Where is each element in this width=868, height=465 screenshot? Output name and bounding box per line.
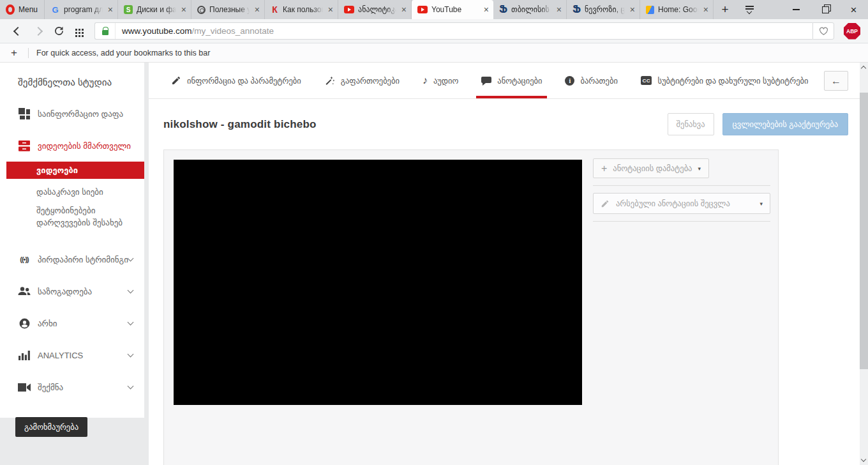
tab-close-icon[interactable]: × <box>253 5 261 14</box>
sidebar-title: შემქმნელთა სტუდია <box>18 77 144 88</box>
edit-annotation-dropdown[interactable]: არსებული ანოტაციის შეცვლა ▾ <box>593 193 770 214</box>
youtube-favicon-icon <box>417 6 428 13</box>
annotation-controls: + ანოტაციის დამატება ▾ არსებული ანოტაციი… <box>593 158 770 229</box>
analytics-bars-icon <box>17 350 31 360</box>
tab-close-icon[interactable]: × <box>702 5 710 14</box>
tab-subtitles[interactable]: CC სუბტიტრები და დახურული სუბტიტრები <box>641 63 809 98</box>
publish-changes-button[interactable]: ცვლილებების გააქტიურება <box>722 113 848 135</box>
close-window-button[interactable]: × <box>839 0 868 19</box>
browser-tab-tbilisi[interactable]: Ֆ თბილისის × <box>493 0 567 19</box>
new-tab-button[interactable]: + <box>714 0 737 19</box>
feedback-button[interactable]: გამოხმაურება <box>15 417 87 437</box>
secure-badge[interactable] <box>95 23 116 39</box>
speech-bubble-icon <box>481 77 491 83</box>
youtube-favicon-icon <box>344 6 354 13</box>
tab-menu-button[interactable] <box>737 0 762 19</box>
caret-down-icon: ▾ <box>698 165 701 172</box>
restore-button[interactable] <box>811 0 839 19</box>
sidebar-item-community[interactable]: საზოგადოება <box>0 275 144 307</box>
chevron-down-icon <box>128 287 134 294</box>
sidebar-item-video-manager[interactable]: ვიდეოების მმართველი <box>0 138 144 153</box>
video-title: nikolshow - gamodit bichebo <box>163 118 317 131</box>
browser-tab-disks[interactable]: S Диски и фа × <box>118 0 191 19</box>
chevron-down-icon <box>128 255 134 262</box>
scroll-up-icon[interactable] <box>861 66 866 71</box>
sidebar-item-dashboard[interactable]: საინფორმაციო დაფა <box>0 106 144 121</box>
disk-favicon-icon: S <box>124 5 133 14</box>
adsense-favicon-icon <box>646 6 654 14</box>
back-button[interactable] <box>8 28 28 34</box>
tab-cards[interactable]: i ბარათები <box>565 63 617 98</box>
save-button[interactable]: შენახვა <box>668 113 714 135</box>
browser-toolbar: www.youtube.com/my_videos_annotate ABP <box>0 19 868 43</box>
return-button[interactable]: ← <box>824 71 848 91</box>
bookmark-heart-button[interactable] <box>812 22 834 40</box>
restore-icon <box>822 7 828 13</box>
pencil-icon <box>171 75 181 86</box>
k-favicon-icon: К <box>271 4 279 15</box>
menu-label: Menu <box>19 5 38 14</box>
minimize-icon <box>793 9 800 10</box>
sidebar-item-copyright-notices[interactable]: შეტყობინებები დარღვევების შესახებ <box>0 204 144 229</box>
sidebar-item-analytics[interactable]: ANALYTICS <box>0 339 144 371</box>
add-bookmark-button[interactable]: + <box>0 47 28 59</box>
heart-icon <box>818 26 829 36</box>
browser-tab-analytics[interactable]: ანალიტიკა × <box>338 0 412 19</box>
annotation-editor-panel: + ანოტაციის დამატება ▾ არსებული ანოტაციი… <box>163 149 779 465</box>
browser-menu-button[interactable]: Menu <box>0 0 45 19</box>
opera-logo-icon <box>6 4 15 15</box>
sidebar-item-live-streaming[interactable]: ((•)) პირდაპირი სტრიმინგი <box>0 243 144 275</box>
community-icon <box>17 287 31 296</box>
forward-button[interactable] <box>28 28 49 34</box>
reload-button[interactable] <box>49 26 69 36</box>
creator-studio-sidebar: შემქმნელთა სტუდია საინფორმაციო დაფა ვიდე… <box>0 63 144 418</box>
browser-tab-tips[interactable]: Полезные у × <box>191 0 265 19</box>
browser-tab-bar: Menu G program для × S Диски и фа × Поле… <box>0 0 868 19</box>
browser-tab-home[interactable]: Home: Goog × <box>640 0 714 19</box>
geo-site-favicon-icon: Ֆ <box>572 4 581 15</box>
create-camera-icon <box>17 383 31 392</box>
divider <box>593 221 770 222</box>
back-arrow-icon: ← <box>831 75 841 87</box>
scrollbar-thumb[interactable] <box>860 93 868 369</box>
sidebar-item-videos-active[interactable]: ვიდეოები <box>6 162 144 179</box>
tab-close-icon[interactable]: × <box>555 5 563 14</box>
geo-site-favicon-icon: Ֆ <box>499 4 507 15</box>
tab-close-icon[interactable]: × <box>107 5 114 14</box>
url-text: www.youtube.com/my_videos_annotate <box>116 26 274 36</box>
tab-info-settings[interactable]: ინფორმაცია და პარამეტრები <box>171 63 301 98</box>
address-bar[interactable]: www.youtube.com/my_videos_annotate <box>94 22 812 40</box>
bookmarks-bar: + For quick access, add your bookmarks t… <box>0 43 868 63</box>
video-header: nikolshow - gamodit bichebo შენახვა ცვლი… <box>149 99 860 149</box>
browser-tab-youtube-active[interactable]: YouTube × <box>412 0 493 19</box>
add-annotation-button[interactable]: + ანოტაციის დამატება ▾ <box>593 158 709 178</box>
browser-tab-howto[interactable]: К Как пользов × <box>265 0 338 19</box>
tab-close-icon[interactable]: × <box>629 5 636 14</box>
chevron-down-icon <box>128 383 134 390</box>
google-favicon-icon: G <box>50 5 60 15</box>
minimize-button[interactable] <box>782 0 811 19</box>
tab-close-icon[interactable]: × <box>327 5 334 14</box>
browser-tab-program[interactable]: G program для × <box>45 0 118 19</box>
video-player[interactable] <box>174 160 582 405</box>
sidebar-item-playlists[interactable]: დასაკრავი სიები <box>0 187 144 197</box>
sidebar-item-channel[interactable]: არხი <box>0 307 144 339</box>
tab-close-icon[interactable]: × <box>400 5 408 14</box>
channel-person-icon <box>17 317 31 330</box>
adblock-plus-button[interactable]: ABP <box>844 23 860 40</box>
live-streaming-icon: ((•)) <box>17 255 31 263</box>
tab-enhancements[interactable]: გაფართოებები <box>324 63 400 98</box>
tab-audio[interactable]: ♪ აუდიო <box>423 63 458 98</box>
page-scrollbar[interactable] <box>860 63 868 465</box>
tab-annotations[interactable]: ანოტაციები <box>481 63 542 98</box>
browser-tab-nevrozi[interactable]: Ֆ ნევროზი, ც × <box>567 0 640 19</box>
pencil-icon <box>601 199 610 208</box>
caret-down-icon: ▾ <box>760 201 763 207</box>
scroll-down-icon[interactable] <box>861 457 866 462</box>
browser-window: Menu G program для × S Диски и фа × Поле… <box>0 0 868 465</box>
info-icon: i <box>565 76 574 86</box>
tab-close-icon[interactable]: × <box>180 5 188 14</box>
tab-close-icon[interactable]: × <box>483 5 490 14</box>
sidebar-item-create[interactable]: შექმნა <box>0 371 144 403</box>
tab-menu-icon <box>745 6 754 7</box>
